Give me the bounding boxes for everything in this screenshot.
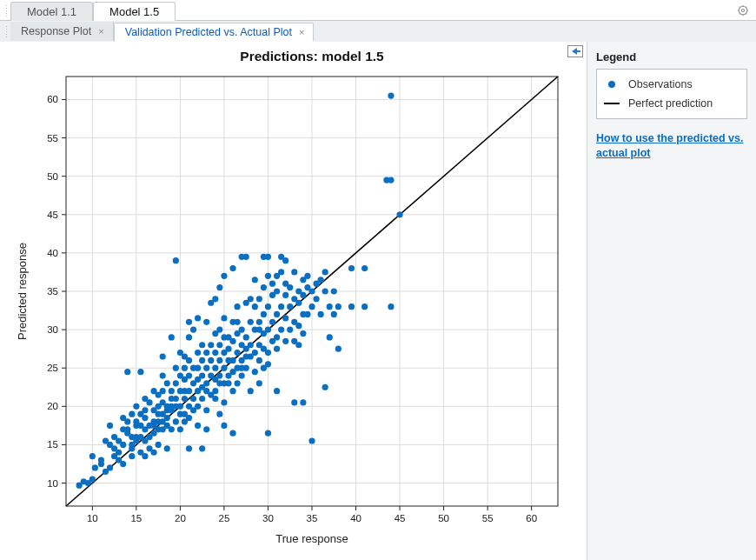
svg-point-175 [182, 396, 188, 402]
svg-text:45: 45 [395, 513, 406, 523]
legend-item-label: Perfect prediction [628, 97, 713, 110]
tab-validation-predicted-actual[interactable]: Validation Predicted vs. Actual Plot × [114, 23, 315, 42]
svg-text:45: 45 [47, 210, 58, 220]
svg-text:60: 60 [47, 94, 58, 104]
svg-point-330 [295, 323, 302, 329]
svg-point-338 [304, 311, 310, 317]
svg-point-233 [216, 411, 222, 417]
svg-point-340 [308, 303, 315, 310]
svg-point-251 [229, 388, 235, 394]
close-icon[interactable]: × [98, 22, 103, 41]
svg-point-153 [164, 380, 170, 386]
svg-text:15: 15 [47, 439, 58, 450]
svg-point-294 [265, 327, 271, 333]
svg-point-228 [216, 342, 222, 348]
svg-point-111 [129, 453, 135, 459]
svg-point-278 [252, 303, 258, 310]
svg-text:55: 55 [47, 133, 58, 143]
svg-point-208 [203, 365, 209, 371]
svg-point-348 [322, 384, 328, 390]
svg-point-209 [203, 350, 209, 356]
svg-point-257 [234, 319, 240, 325]
svg-point-261 [239, 327, 245, 333]
svg-point-321 [287, 284, 293, 290]
svg-point-87 [98, 457, 104, 463]
svg-point-83 [90, 477, 96, 483]
svg-point-123 [142, 415, 148, 421]
plot-tab-label: Response Plot [21, 22, 91, 41]
svg-point-234 [221, 365, 227, 371]
svg-point-96 [116, 450, 122, 456]
svg-point-279 [252, 350, 258, 356]
svg-point-248 [229, 357, 235, 363]
svg-point-225 [212, 396, 218, 402]
gear-icon[interactable] [737, 4, 749, 17]
svg-point-320 [287, 303, 293, 310]
svg-point-173 [177, 426, 183, 432]
legend-box: Observations Perfect prediction [596, 69, 747, 119]
svg-point-178 [182, 365, 188, 371]
svg-point-345 [318, 277, 324, 283]
grip-icon [5, 25, 9, 37]
expand-icon[interactable] [567, 45, 583, 57]
svg-text:40: 40 [350, 513, 361, 523]
svg-point-282 [256, 319, 262, 325]
svg-point-182 [186, 357, 192, 363]
svg-point-240 [221, 423, 227, 429]
model-tab-1-1[interactable]: Model 1.1 [10, 2, 93, 21]
dot-icon [608, 81, 615, 88]
svg-point-252 [229, 430, 235, 437]
svg-point-210 [203, 380, 209, 386]
svg-text:10: 10 [87, 513, 98, 523]
svg-point-331 [295, 342, 302, 348]
svg-point-187 [186, 415, 192, 421]
svg-text:35: 35 [307, 513, 318, 523]
svg-point-189 [186, 445, 192, 451]
svg-point-226 [212, 388, 218, 394]
svg-point-197 [195, 350, 201, 356]
svg-point-352 [331, 288, 337, 294]
svg-point-0 [739, 6, 747, 15]
svg-point-230 [216, 372, 222, 378]
svg-point-203 [199, 372, 205, 378]
tab-response-plot[interactable]: Response Plot × [10, 22, 114, 41]
svg-point-351 [327, 303, 333, 310]
svg-text:30: 30 [47, 324, 58, 335]
svg-point-184 [186, 372, 192, 378]
svg-point-164 [173, 418, 179, 424]
svg-point-289 [261, 311, 267, 317]
svg-point-347 [322, 288, 328, 294]
svg-point-298 [265, 254, 271, 260]
svg-point-327 [291, 399, 297, 405]
help-link-predicted-vs-actual[interactable]: How to use the predicted vs. actual plot [596, 131, 747, 161]
svg-point-143 [156, 442, 162, 448]
svg-text:50: 50 [47, 171, 58, 182]
svg-point-357 [348, 265, 355, 271]
legend-panel: Legend Observations Perfect prediction H… [587, 42, 756, 560]
svg-point-301 [269, 319, 275, 325]
svg-line-7 [746, 14, 747, 15]
svg-point-160 [169, 334, 175, 340]
svg-point-241 [221, 315, 227, 321]
svg-point-99 [120, 461, 126, 467]
svg-point-310 [274, 346, 280, 352]
svg-point-281 [252, 277, 258, 283]
svg-point-110 [129, 411, 135, 417]
svg-point-358 [361, 265, 368, 271]
svg-point-362 [388, 177, 394, 183]
legend-item-perfect-prediction: Perfect prediction [602, 94, 741, 113]
svg-point-148 [160, 372, 166, 378]
plot-tabstrip: Response Plot × Validation Predicted vs.… [0, 21, 756, 42]
svg-point-201 [195, 423, 201, 429]
close-icon[interactable]: × [299, 23, 304, 42]
legend-item-observations: Observations [602, 75, 741, 94]
model-tab-1-5[interactable]: Model 1.5 [93, 2, 176, 21]
svg-point-322 [287, 327, 293, 333]
svg-point-237 [221, 273, 227, 279]
svg-point-341 [308, 288, 315, 294]
svg-point-192 [190, 396, 196, 402]
svg-point-335 [300, 399, 306, 405]
svg-point-316 [282, 315, 288, 321]
svg-point-243 [225, 346, 231, 352]
model-tab-label: Model 1.1 [27, 5, 76, 18]
